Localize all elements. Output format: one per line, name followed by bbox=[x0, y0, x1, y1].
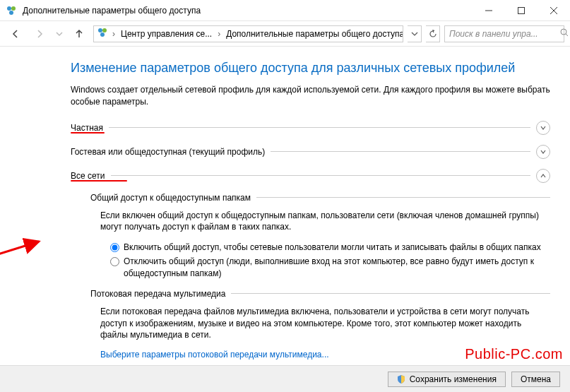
group-public-text: Если включен общий доступ к общедоступны… bbox=[100, 210, 550, 234]
up-button[interactable] bbox=[69, 24, 89, 44]
svg-point-8 bbox=[102, 28, 107, 32]
divider bbox=[111, 175, 531, 176]
breadcrumb-sep: › bbox=[111, 29, 117, 39]
forward-button[interactable] bbox=[30, 24, 49, 44]
section-all-header[interactable]: Все сети bbox=[71, 169, 550, 183]
annotation-underline bbox=[71, 180, 127, 182]
close-button[interactable] bbox=[538, 0, 570, 21]
divider bbox=[271, 151, 530, 152]
section-guest-title: Гостевая или общедоступная (текущий проф… bbox=[71, 147, 271, 157]
address-bar[interactable]: › Центр управления се... › Дополнительны… bbox=[93, 25, 403, 42]
breadcrumb-sep: › bbox=[216, 29, 222, 39]
chevron-down-icon[interactable] bbox=[536, 121, 550, 135]
page-intro: Windows создает отдельный сетевой профил… bbox=[71, 84, 550, 108]
svg-point-9 bbox=[100, 32, 105, 37]
divider bbox=[231, 293, 550, 294]
section-private-title: Частная bbox=[71, 123, 109, 133]
footer: Сохранить изменения Отмена bbox=[0, 365, 570, 392]
radio-public-off-input[interactable] bbox=[110, 257, 119, 266]
watermark: Public-PC.com bbox=[465, 346, 563, 362]
search-box[interactable] bbox=[444, 25, 564, 42]
address-dropdown[interactable] bbox=[408, 25, 422, 42]
save-button[interactable]: Сохранить изменения bbox=[388, 372, 506, 387]
svg-point-7 bbox=[98, 28, 102, 32]
annotation-arrow bbox=[0, 236, 49, 278]
breadcrumb-current[interactable]: Дополнительные параметры общего доступа bbox=[225, 29, 403, 39]
group-media-title: Потоковая передача мультимедиа bbox=[90, 289, 231, 299]
radio-public-off[interactable]: Отключить общий доступ (люди, выполнивши… bbox=[110, 256, 550, 278]
titlebar: Дополнительные параметры общего доступа bbox=[0, 0, 570, 21]
section-all-title: Все сети bbox=[71, 171, 111, 181]
chevron-down-icon[interactable] bbox=[536, 145, 550, 159]
group-public-header: Общий доступ к общедоступным папкам bbox=[90, 193, 550, 203]
divider bbox=[109, 127, 530, 128]
maximize-button[interactable] bbox=[505, 0, 538, 21]
media-settings-link[interactable]: Выберите параметры потоковой передачи му… bbox=[100, 350, 329, 360]
section-guest: Гостевая или общедоступная (текущий проф… bbox=[71, 145, 550, 159]
svg-rect-4 bbox=[518, 7, 525, 13]
content-area: Изменение параметров общего доступа для … bbox=[0, 47, 570, 365]
refresh-button[interactable] bbox=[426, 25, 440, 42]
window-controls bbox=[473, 0, 570, 21]
cancel-button[interactable]: Отмена bbox=[511, 372, 560, 387]
minimize-button[interactable] bbox=[473, 0, 505, 21]
save-button-label: Сохранить изменения bbox=[410, 374, 497, 384]
group-media-header: Потоковая передача мультимедиа bbox=[90, 289, 550, 299]
shield-icon bbox=[397, 375, 405, 384]
window-title: Дополнительные параметры общего доступа bbox=[23, 6, 473, 16]
search-icon bbox=[560, 28, 569, 39]
navbar: › Центр управления се... › Дополнительны… bbox=[0, 21, 570, 47]
address-icon bbox=[97, 27, 108, 40]
radio-public-on-label: Включить общий доступ, чтобы сетевые пол… bbox=[124, 242, 541, 253]
back-button[interactable] bbox=[6, 24, 25, 44]
breadcrumb-parent[interactable]: Центр управления се... bbox=[119, 29, 213, 39]
section-private-header[interactable]: Частная bbox=[71, 121, 550, 135]
radio-public-off-label: Отключить общий доступ (люди, выполнивши… bbox=[124, 256, 550, 278]
svg-point-0 bbox=[7, 6, 11, 11]
section-private: Частная bbox=[71, 121, 550, 135]
chevron-up-icon[interactable] bbox=[536, 169, 550, 183]
divider bbox=[256, 197, 550, 198]
section-all-networks: Все сети Общий доступ к общедоступным па… bbox=[71, 169, 550, 360]
svg-point-1 bbox=[11, 6, 16, 11]
svg-point-10 bbox=[561, 29, 566, 35]
app-icon bbox=[6, 5, 17, 16]
svg-point-2 bbox=[9, 11, 13, 15]
radio-public-on-input[interactable] bbox=[110, 243, 119, 252]
section-guest-header[interactable]: Гостевая или общедоступная (текущий проф… bbox=[71, 145, 550, 159]
group-media-text: Если потоковая передача файлов мультимед… bbox=[100, 306, 550, 341]
group-public-folders: Общий доступ к общедоступным папкам Если… bbox=[90, 193, 550, 279]
cancel-button-label: Отмена bbox=[521, 374, 551, 384]
recent-dropdown[interactable] bbox=[54, 24, 65, 44]
svg-line-11 bbox=[566, 34, 568, 36]
search-input[interactable] bbox=[448, 28, 557, 40]
group-public-title: Общий доступ к общедоступным папкам bbox=[90, 193, 256, 203]
svg-line-12 bbox=[0, 242, 39, 271]
annotation-underline bbox=[71, 132, 105, 133]
radio-public-on[interactable]: Включить общий доступ, чтобы сетевые пол… bbox=[110, 242, 550, 253]
page-heading: Изменение параметров общего доступа для … bbox=[71, 61, 550, 76]
